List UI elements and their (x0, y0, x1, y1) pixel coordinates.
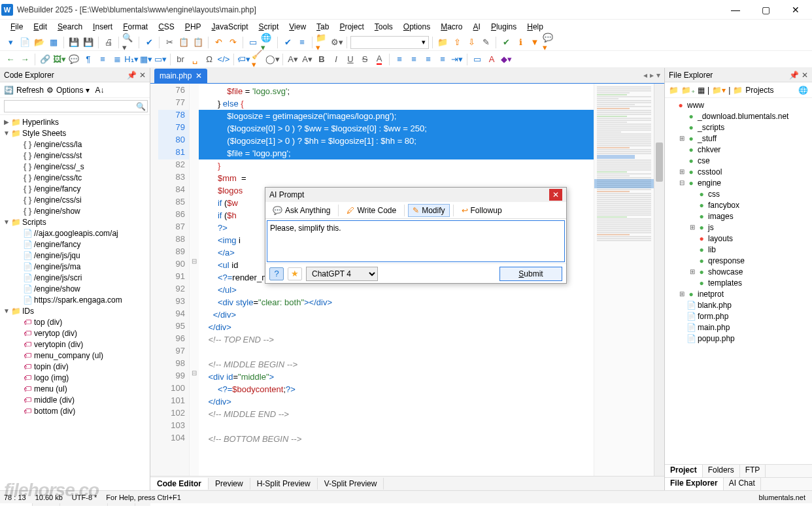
details-icon[interactable]: ▦ (698, 86, 705, 95)
tab-main-php[interactable]: main.php ✕ (154, 69, 207, 83)
file-explorer-tree[interactable]: ●www●_download.blumentals.net●_scripts⊞●… (665, 98, 812, 464)
omega-icon[interactable]: Ω (203, 53, 216, 66)
tab-close-icon[interactable]: ✕ (195, 71, 202, 80)
new-file-icon[interactable]: ▾ (4, 36, 17, 49)
help-icon[interactable]: ? (269, 267, 284, 280)
cut-icon[interactable]: ✂ (163, 36, 176, 49)
open-icon[interactable]: 📂 (33, 36, 46, 49)
ai-submit-button[interactable]: Submit (499, 267, 562, 281)
home-folder-icon[interactable]: 📁 (669, 86, 679, 95)
globe-icon[interactable]: 🌐 (798, 86, 808, 95)
tree-item[interactable]: 🏷top (div) (0, 316, 150, 327)
tree-item[interactable]: 📄/engine/js/scri (0, 272, 150, 283)
close-button[interactable]: ✕ (781, 0, 811, 20)
tag2-icon[interactable]: 🏷▾ (237, 53, 250, 66)
line-gutter[interactable]: 7677787980818283848586878889909192939495… (158, 84, 190, 476)
editor-tab[interactable]: H-Split Preview (250, 478, 318, 490)
form-icon[interactable]: ▭▾ (154, 53, 167, 66)
menu-format[interactable]: Format (118, 21, 153, 33)
pin-icon[interactable]: 📌 (789, 71, 799, 80)
save-icon[interactable]: 💾 (67, 36, 80, 49)
tree-item[interactable]: { }/engine/css/la (0, 139, 150, 150)
tree-item[interactable]: 🏷verytopin (div) (0, 339, 150, 350)
pin-icon[interactable]: 📌 (127, 71, 137, 80)
back-icon[interactable]: ← (4, 53, 17, 66)
editor-tab[interactable]: V-Split Preview (318, 478, 384, 490)
menu-insert[interactable]: Insert (88, 21, 118, 33)
menu-search[interactable]: Search (52, 21, 88, 33)
file-item[interactable]: ●fancybox (665, 199, 812, 210)
italic-icon[interactable]: I (330, 53, 343, 66)
style-icon[interactable]: ◆▾ (499, 53, 513, 66)
preview-icon[interactable]: ▭ (246, 36, 260, 49)
file-item[interactable]: ●_scripts (665, 122, 812, 133)
fgcolor-icon[interactable]: A (373, 53, 386, 66)
tree-item[interactable]: 📄https://spark.engaga.com (0, 294, 150, 305)
tree-item[interactable]: 🏷menu (ul) (0, 383, 150, 394)
heading-icon[interactable]: H₁▾ (125, 53, 138, 66)
search-icon[interactable]: 🔍▾ (122, 36, 135, 49)
fold-gutter[interactable]: ⊟⊟ (190, 84, 199, 476)
tree-item[interactable]: ▼📁IDs (0, 305, 150, 316)
file-item[interactable]: ⊞●_stuff (665, 133, 812, 144)
menu-view[interactable]: View (284, 21, 311, 33)
project-tab[interactable]: Project (665, 465, 703, 477)
undo-icon[interactable]: ↶ (212, 36, 225, 49)
tree-item[interactable]: { }/engine/show (0, 205, 150, 216)
sort-icon[interactable]: A↓ (95, 86, 104, 95)
project-tab[interactable]: Folders (703, 465, 740, 477)
options-label[interactable]: Options (56, 86, 83, 95)
font-a-icon[interactable]: A▾ (286, 53, 299, 66)
options-gear-icon[interactable]: ⚙ (46, 86, 54, 95)
new-folder-icon[interactable]: 📁₊ (681, 86, 695, 95)
menu-css[interactable]: CSS (153, 21, 180, 33)
align-right-icon[interactable]: ≡ (422, 53, 435, 66)
gear-icon[interactable]: ⚙▾ (330, 36, 343, 49)
file-item[interactable]: ⊞●js (665, 222, 812, 233)
file-item[interactable]: ●lib (665, 244, 812, 255)
file-item[interactable]: ●www (665, 99, 812, 110)
ftp-icon[interactable]: 📁 (436, 36, 449, 49)
upload-icon[interactable]: ⇧ (450, 36, 464, 49)
editor-tab[interactable]: Code Editor (150, 478, 209, 490)
tree-item[interactable]: ▼📁Scripts (0, 216, 150, 227)
panel-close-icon[interactable]: ✕ (139, 71, 146, 80)
file-item[interactable]: ●_download.blumentals.net (665, 110, 812, 122)
file-item[interactable]: ⊞●showcase (665, 266, 812, 277)
file-item[interactable]: 📄main.php (665, 322, 812, 333)
ok-icon[interactable]: ✔ (499, 36, 513, 49)
underline-icon[interactable]: U (344, 53, 357, 66)
format-icon[interactable]: ≡ (296, 36, 309, 49)
ai-mode-modify[interactable]: ✎ Modify (408, 204, 449, 217)
comment-icon[interactable]: 💬 (67, 53, 80, 66)
numlist-icon[interactable]: ≣ (110, 53, 124, 66)
menu-tools[interactable]: Tools (369, 21, 398, 33)
right-tab[interactable]: AI Chat (724, 478, 761, 490)
tab-prev-icon[interactable]: ◂ (643, 71, 647, 80)
print-icon[interactable]: 🖨 (102, 36, 115, 49)
tree-item[interactable]: 📄/engine/js/ma (0, 261, 150, 272)
refresh-label[interactable]: Refresh (16, 86, 44, 95)
file-item[interactable]: ⊞●inetprot (665, 288, 812, 299)
ai-model-select[interactable]: ChatGPT 4 (306, 267, 378, 281)
file-item[interactable]: 📄blank.php (665, 299, 812, 310)
menu-project[interactable]: Project (334, 21, 369, 33)
ai-prompt-input[interactable] (267, 220, 565, 262)
saveall-icon[interactable]: 💾 (82, 36, 95, 49)
panel-close-icon[interactable]: ✕ (802, 71, 808, 80)
menu-javascript[interactable]: JavaScript (207, 21, 254, 33)
font-size-icon[interactable]: A▾ (301, 53, 314, 66)
tree-item[interactable]: { }/engine/css/tc (0, 172, 150, 183)
ai-mode-followup[interactable]: ↩ Followup (457, 204, 507, 217)
bold-icon[interactable]: B (315, 53, 328, 66)
menu-options[interactable]: Options (398, 21, 435, 33)
tree-item[interactable]: { }/engine/css/st (0, 150, 150, 161)
redo-icon[interactable]: ↷ (226, 36, 239, 49)
tree-item[interactable]: 🏷verytop (div) (0, 327, 150, 339)
file-item[interactable]: ●qresponse (665, 255, 812, 266)
file-item[interactable]: ●css (665, 188, 812, 199)
menu-script[interactable]: Script (254, 21, 284, 33)
ai-close-icon[interactable]: ✕ (549, 189, 562, 201)
spell-icon[interactable]: ✔ (143, 36, 156, 49)
file-item[interactable]: 📄popup.php (665, 333, 812, 344)
